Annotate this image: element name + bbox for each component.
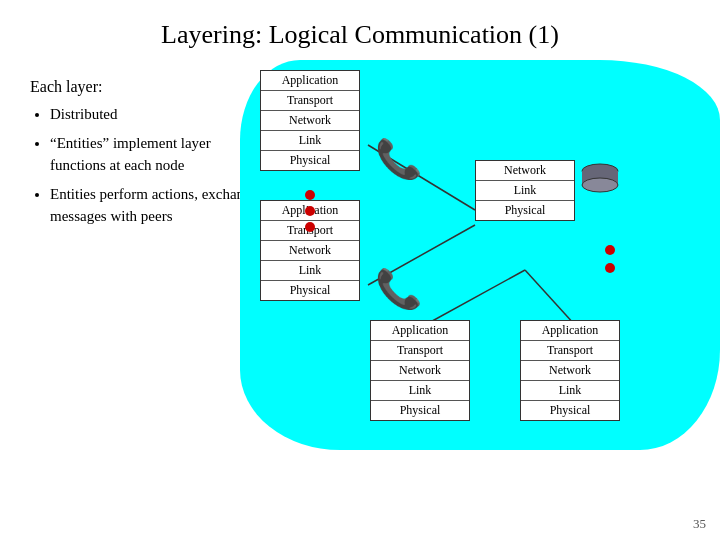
dot-3 — [305, 222, 315, 232]
layer-application-bl: Application — [371, 321, 469, 341]
stack-host1: Application Transport Network Link Physi… — [260, 70, 360, 171]
phone-icon-2: 📞 — [370, 260, 420, 320]
layer-physical-1: Physical — [261, 151, 359, 170]
layer-application-br: Application — [521, 321, 619, 341]
layer-application-1: Application — [261, 71, 359, 91]
left-panel: Each layer: Distributed “Entities” imple… — [30, 70, 260, 500]
each-layer-heading: Each layer: — [30, 75, 260, 99]
svg-text:📞: 📞 — [375, 266, 420, 310]
layer-network-2: Network — [261, 241, 359, 261]
slide-title: Layering: Logical Communication (1) — [30, 20, 690, 50]
svg-line-2 — [425, 270, 525, 325]
stack-bottom-right: Application Transport Network Link Physi… — [520, 320, 620, 421]
layer-physical-br: Physical — [521, 401, 619, 420]
layer-network-bl: Network — [371, 361, 469, 381]
vertical-dots — [305, 190, 315, 232]
middle-dot-2 — [605, 263, 615, 273]
router-drum-icon — [580, 163, 620, 197]
dot-1 — [305, 190, 315, 200]
bullet-1: Distributed — [50, 103, 260, 126]
middle-dot-1 — [605, 245, 615, 255]
layer-transport-bl: Transport — [371, 341, 469, 361]
stack-bottom-left: Application Transport Network Link Physi… — [370, 320, 470, 421]
right-panel: Application Transport Network Link Physi… — [260, 70, 690, 500]
phone-icon-1: 📞 — [370, 130, 420, 190]
layer-network-br: Network — [521, 361, 619, 381]
layer-transport-br: Transport — [521, 341, 619, 361]
layer-network-r: Network — [476, 161, 574, 181]
svg-text:📞: 📞 — [375, 136, 420, 180]
dot-2 — [305, 206, 315, 216]
svg-line-3 — [525, 270, 575, 325]
layer-link-1: Link — [261, 131, 359, 151]
stack-router: Network Link Physical — [475, 160, 575, 221]
svg-point-8 — [582, 178, 618, 192]
page-number: 35 — [693, 516, 706, 532]
slide: Layering: Logical Communication (1) Each… — [0, 0, 720, 540]
layer-link-bl: Link — [371, 381, 469, 401]
bullet-list: Distributed “Entities” implement layer f… — [30, 103, 260, 228]
middle-dots — [605, 245, 615, 273]
layer-link-r: Link — [476, 181, 574, 201]
content-area: Each layer: Distributed “Entities” imple… — [30, 70, 690, 500]
layer-physical-2: Physical — [261, 281, 359, 300]
bullet-2: “Entities” implement layer functions at … — [50, 132, 260, 177]
layer-transport-1: Transport — [261, 91, 359, 111]
layer-network-1: Network — [261, 111, 359, 131]
layer-link-br: Link — [521, 381, 619, 401]
layer-link-2: Link — [261, 261, 359, 281]
bullet-3: Entities perform actions, exchange messa… — [50, 183, 260, 228]
layer-physical-r: Physical — [476, 201, 574, 220]
layer-physical-bl: Physical — [371, 401, 469, 420]
